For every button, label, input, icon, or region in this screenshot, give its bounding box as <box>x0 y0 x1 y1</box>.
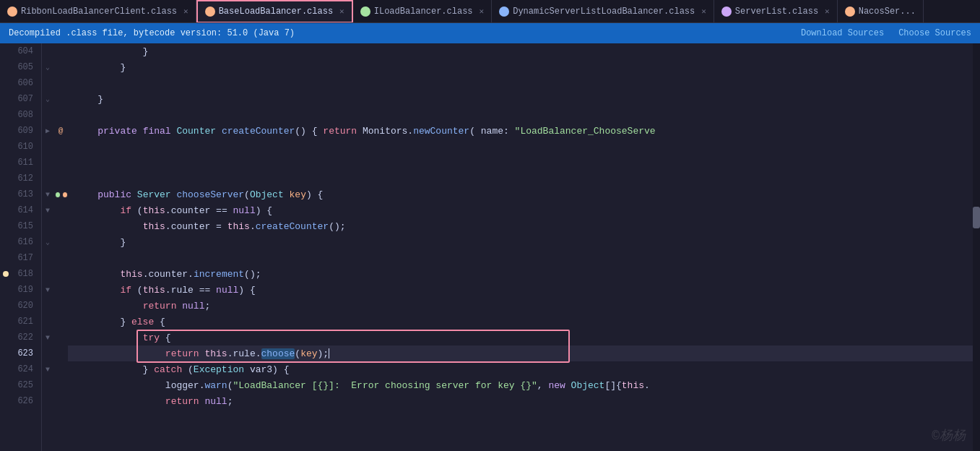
impl-618 <box>53 266 68 282</box>
linenum-616: 616 <box>12 234 41 250</box>
impl-icon-orange-613 <box>62 192 68 198</box>
fold-marker-619[interactable]: ▼ <box>43 285 53 295</box>
fold-625 <box>42 377 53 393</box>
tab-iload[interactable]: ILoadBalancer.class ✕ <box>353 0 492 23</box>
marker-623 <box>0 266 12 282</box>
marker-621 <box>0 234 12 250</box>
tab-close-base[interactable]: ✕ <box>339 7 344 16</box>
impl-604 <box>53 43 68 59</box>
fold-marker-613[interactable]: ▼ <box>43 189 53 199</box>
tab-serverlist[interactable]: ServerList.class ✕ <box>714 0 838 23</box>
impl-624 <box>53 361 68 377</box>
tab-icon-base <box>205 7 215 17</box>
marker-626 <box>0 314 12 330</box>
fold-608 <box>42 107 53 123</box>
marker-615 <box>0 139 12 155</box>
linenum-611: 611 <box>12 155 41 171</box>
line-numbers: 604 605 606 607 608 609 610 611 612 613 … <box>12 43 42 451</box>
code-line-616: } <box>68 234 973 250</box>
linenum-605: 605 <box>12 59 41 75</box>
fold-624: ▼ <box>42 361 53 377</box>
fold-marker-609[interactable]: ▶ <box>43 126 53 136</box>
fold-621 <box>42 314 53 330</box>
linenum-608: 608 <box>12 107 41 123</box>
fold-622: ▼ <box>42 330 53 345</box>
code-line-613: public Server chooseServer(Object key) { <box>68 186 973 202</box>
breakpoint-623 <box>3 271 9 277</box>
linenum-612: 612 <box>12 171 41 186</box>
fold-614: ▼ <box>42 202 53 218</box>
code-line-615: this.counter = this.createCounter(); <box>68 218 973 234</box>
tab-icon-nacos <box>845 7 855 17</box>
tab-close-serverlist[interactable]: ✕ <box>825 7 830 16</box>
fold-619: ▼ <box>42 282 53 298</box>
code-line-617 <box>68 250 973 266</box>
linenum-614: 614 <box>12 202 41 218</box>
impl-625 <box>53 377 68 393</box>
fold-610 <box>42 139 53 155</box>
linenum-606: 606 <box>12 75 41 91</box>
tab-nacos[interactable]: NacosSer... <box>838 0 924 23</box>
fold-marker-605[interactable]: ⌄ <box>43 62 53 72</box>
fold-marker-614[interactable]: ▼ <box>43 205 53 215</box>
tab-close-dynamic[interactable]: ✕ <box>701 7 706 16</box>
scrollbar-thumb[interactable] <box>973 207 980 228</box>
linenum-626: 626 <box>12 393 41 409</box>
impl-619 <box>53 282 68 298</box>
linenum-615: 615 <box>12 218 41 234</box>
marker-616 <box>0 155 12 171</box>
fold-marker-624[interactable]: ▼ <box>43 364 53 374</box>
code-line-624: } catch (Exception var3) { <box>68 361 973 377</box>
fold-marker-607[interactable]: ⌄ <box>43 94 53 104</box>
linenum-613: 613 <box>12 186 41 202</box>
download-sources-link[interactable]: Download Sources <box>801 28 884 38</box>
code-line-606 <box>68 75 973 91</box>
linenum-607: 607 <box>12 91 41 107</box>
code-line-605: } <box>68 59 973 75</box>
tab-label-iload: ILoadBalancer.class <box>374 7 473 17</box>
impl-612 <box>53 171 68 186</box>
impl-605 <box>53 59 68 75</box>
linenum-625: 625 <box>12 377 41 393</box>
info-bar: Decompiled .class file, bytecode version… <box>0 23 980 43</box>
code-content: } } } private final Counter createCounte… <box>68 43 973 451</box>
tab-ribbon[interactable]: RibbonLoadBalancerClient.class ✕ <box>0 0 196 23</box>
fold-marker-622[interactable]: ▼ <box>43 332 53 343</box>
choose-sources-link[interactable]: Choose Sources <box>898 28 971 38</box>
fold-617 <box>42 250 53 266</box>
impl-620 <box>53 298 68 314</box>
fold-604 <box>42 43 53 59</box>
vertical-scrollbar[interactable] <box>973 43 980 451</box>
tab-close-ribbon[interactable]: ✕ <box>183 7 188 16</box>
marker-618 <box>0 186 12 202</box>
fold-606 <box>42 75 53 91</box>
tab-icon-dynamic <box>499 7 509 17</box>
linenum-617: 617 <box>12 250 41 266</box>
impl-610 <box>53 139 68 155</box>
impl-621 <box>53 314 68 330</box>
marker-613 <box>0 107 12 123</box>
code-line-604: } <box>68 43 973 59</box>
tab-base[interactable]: BaseLoadBalancer.class ✕ <box>196 0 353 23</box>
impl-607 <box>53 91 68 107</box>
fold-marker-616[interactable]: ⌄ <box>43 237 53 247</box>
tab-icon-ribbon <box>7 7 17 17</box>
info-bar-actions: Download Sources Choose Sources <box>801 28 971 38</box>
code-line-609: private final Counter createCounter() { … <box>68 123 973 139</box>
code-line-622: try { <box>68 330 973 345</box>
fold-615 <box>42 218 53 234</box>
impl-616 <box>53 234 68 250</box>
marker-609 <box>0 43 12 59</box>
tab-close-iload[interactable]: ✕ <box>480 7 485 16</box>
impl-613 <box>53 186 68 202</box>
linenum-619: 619 <box>12 282 41 298</box>
marker-625 <box>0 298 12 314</box>
impl-615 <box>53 218 68 234</box>
marker-612 <box>0 91 12 107</box>
infobar-text: Decompiled .class file, bytecode version… <box>9 28 295 38</box>
impl-606 <box>53 75 68 91</box>
fold-620 <box>42 298 53 314</box>
code-line-611 <box>68 155 973 171</box>
marker-614 <box>0 123 12 139</box>
tab-dynamic[interactable]: DynamicServerListLoadBalancer.class ✕ <box>492 0 714 23</box>
